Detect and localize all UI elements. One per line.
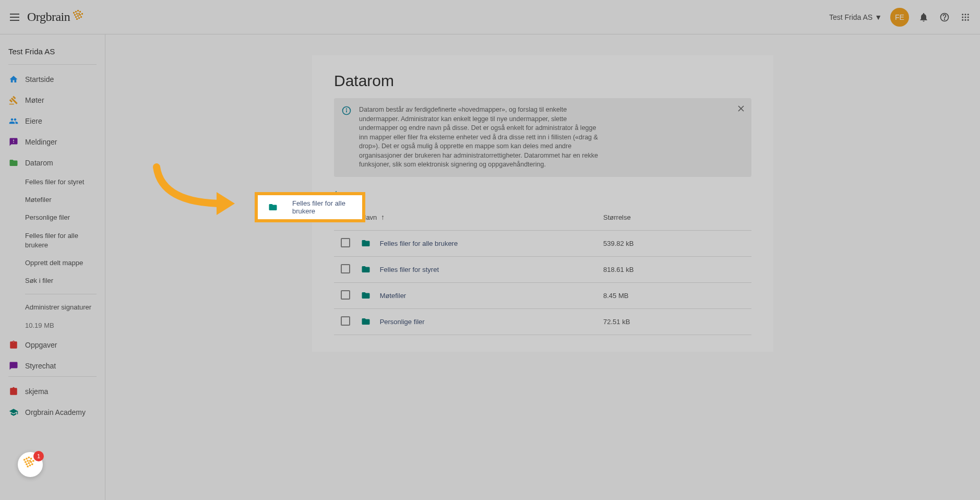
- sidebar: Test Frida AS Startside Møter Eiere Meld…: [0, 34, 105, 500]
- folder-size: 8.45 MB: [599, 282, 751, 308]
- svg-point-23: [965, 19, 966, 20]
- folder-icon: [361, 239, 371, 248]
- info-banner: Datarom består av ferdigdefinerte «hoved…: [334, 98, 751, 177]
- folder-name: Felles filer for alle brukere: [380, 240, 458, 247]
- svg-rect-1: [75, 11, 77, 13]
- svg-rect-40: [32, 460, 34, 461]
- svg-rect-33: [30, 458, 32, 459]
- svg-rect-41: [27, 466, 29, 467]
- logo-text: Orgbrain: [27, 10, 70, 24]
- org-selector[interactable]: Test Frida AS ▼: [829, 13, 882, 21]
- menu-toggle[interactable]: [8, 11, 21, 23]
- sidebar-item-skjema[interactable]: skjema: [4, 381, 101, 402]
- svg-point-15: [945, 19, 945, 19]
- page-title: Datarom: [334, 72, 751, 90]
- sidebar-item-moter[interactable]: Møter: [4, 90, 101, 111]
- logo[interactable]: Orgbrain: [27, 10, 87, 25]
- svg-point-24: [967, 19, 969, 20]
- svg-rect-39: [30, 461, 32, 463]
- svg-rect-0: [73, 12, 75, 14]
- svg-point-19: [962, 16, 963, 18]
- svg-rect-5: [76, 13, 78, 15]
- sidebar-subitem-sok[interactable]: Søk i filer: [4, 272, 101, 290]
- sidebar-subitem-signaturer[interactable]: Administrer signaturer: [4, 299, 101, 316]
- breadcrumb[interactable]: /: [334, 189, 751, 200]
- sidebar-item-label: Styrechat: [25, 362, 56, 370]
- sidebar-item-label: Startside: [25, 75, 54, 84]
- svg-rect-32: [28, 457, 30, 458]
- sidebar-item-meldinger[interactable]: Meldinger: [4, 132, 101, 152]
- column-size[interactable]: Størrelse: [599, 205, 751, 231]
- table-row[interactable]: Felles filer for styret 818.61 kB: [334, 256, 751, 282]
- sidebar-subitem-felles-styret[interactable]: Felles filer for styret: [4, 173, 101, 191]
- sidebar-item-datarom[interactable]: Datarom: [4, 152, 101, 173]
- svg-rect-34: [25, 461, 26, 463]
- svg-rect-2: [77, 10, 79, 11]
- svg-rect-8: [77, 15, 79, 17]
- table-row[interactable]: Personlige filer 72.51 kB: [334, 308, 751, 335]
- folder-size: 72.51 kB: [599, 308, 751, 335]
- svg-rect-37: [26, 463, 27, 465]
- notifications-icon[interactable]: [917, 11, 930, 23]
- file-table: Navn ↑ Størrelse Felles filer for alle b…: [334, 205, 751, 335]
- row-checkbox[interactable]: [341, 238, 350, 247]
- sidebar-item-academy[interactable]: Orgbrain Academy: [4, 402, 101, 423]
- svg-rect-4: [74, 14, 76, 16]
- sidebar-item-label: Meldinger: [25, 138, 57, 146]
- main-content: Datarom Datarom består av ferdigdefinert…: [105, 34, 980, 500]
- close-icon[interactable]: [736, 103, 746, 114]
- svg-point-18: [967, 14, 969, 15]
- folder-icon: [361, 265, 371, 274]
- home-icon: [8, 74, 19, 85]
- task-icon: [8, 340, 19, 350]
- sidebar-item-oppgaver[interactable]: Oppgaver: [4, 335, 101, 355]
- svg-point-21: [967, 16, 969, 18]
- sidebar-subitem-motefiler[interactable]: Møtefiler: [4, 191, 101, 209]
- svg-rect-43: [31, 463, 33, 465]
- chat-icon: [8, 361, 19, 371]
- info-text: Datarom består av ferdigdefinerte «hoved…: [359, 105, 599, 170]
- form-icon: [8, 386, 19, 397]
- table-row[interactable]: Møtefiler 8.45 MB: [334, 282, 751, 308]
- sidebar-item-eiere[interactable]: Eiere: [4, 111, 101, 132]
- sidebar-item-label: skjema: [25, 387, 48, 396]
- svg-rect-11: [76, 18, 78, 20]
- chevron-down-icon: ▼: [875, 13, 882, 21]
- svg-point-20: [965, 16, 966, 18]
- row-checkbox[interactable]: [341, 290, 350, 300]
- sidebar-item-label: Eiere: [25, 117, 42, 125]
- sidebar-item-label: Datarom: [25, 159, 53, 167]
- folder-name: Møtefiler: [380, 292, 407, 300]
- svg-point-27: [346, 109, 347, 109]
- sidebar-item-styrechat[interactable]: Styrechat: [4, 355, 101, 376]
- svg-rect-35: [27, 460, 29, 461]
- svg-rect-42: [29, 465, 31, 466]
- sidebar-subitem-opprett-mappe[interactable]: Opprett delt mappe: [4, 254, 101, 272]
- avatar[interactable]: FE: [890, 8, 909, 27]
- sort-arrow-up-icon: ↑: [381, 213, 385, 221]
- logo-icon: [72, 10, 87, 25]
- sidebar-item-label: Oppgaver: [25, 341, 57, 349]
- sidebar-item-startside[interactable]: Startside: [4, 69, 101, 90]
- floating-help-badge[interactable]: 1: [18, 452, 43, 477]
- sidebar-subitem-felles-alle[interactable]: Felles filer for alle brukere: [4, 227, 101, 254]
- column-name[interactable]: Navn ↑: [357, 205, 599, 231]
- school-icon: [8, 407, 19, 418]
- badge-count: 1: [33, 451, 44, 461]
- sidebar-subitem-personlige[interactable]: Personlige filer: [4, 209, 101, 227]
- sidebar-org-title: Test Frida AS: [4, 43, 101, 64]
- table-row[interactable]: Felles filer for alle brukere 539.82 kB: [334, 230, 751, 256]
- help-icon[interactable]: [938, 11, 951, 23]
- announcement-icon: [8, 137, 19, 147]
- info-icon: [341, 105, 352, 116]
- select-all-checkbox[interactable]: [341, 212, 350, 221]
- folder-name: Felles filer for styret: [380, 266, 439, 273]
- apps-icon[interactable]: [959, 11, 972, 23]
- row-checkbox[interactable]: [341, 264, 350, 273]
- row-checkbox[interactable]: [341, 316, 350, 326]
- svg-rect-31: [26, 458, 27, 459]
- gavel-icon: [8, 95, 19, 105]
- svg-rect-30: [23, 459, 25, 460]
- sidebar-item-label: Møter: [25, 96, 44, 104]
- svg-rect-3: [79, 11, 81, 13]
